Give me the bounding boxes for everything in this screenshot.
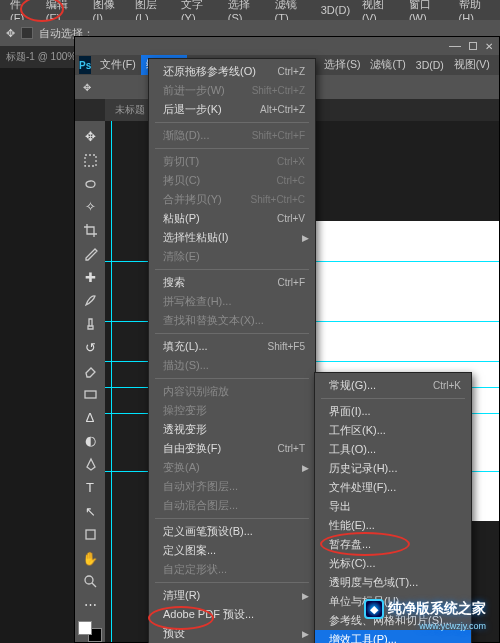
inner-menu-window[interactable]: 窗口(W) [495, 55, 500, 75]
history-brush-icon[interactable]: ↺ [78, 337, 102, 358]
pref-menu-item[interactable]: 文件处理(F)... [315, 478, 471, 497]
wand-tool-icon[interactable]: ✧ [78, 196, 102, 217]
path-tool-icon[interactable]: ↖ [78, 501, 102, 522]
move-tool-icon[interactable]: ✥ [6, 27, 15, 40]
pref-menu-item[interactable]: 透明度与色域(T)... [315, 573, 471, 592]
edit-menu-item[interactable]: 预设▶ [149, 624, 315, 643]
edit-menu-item: 描边(S)... [149, 356, 315, 375]
menu-item-label: Adobe PDF 预设... [163, 607, 254, 622]
move-tool-icon[interactable]: ✥ [78, 126, 102, 147]
pref-menu-item[interactable]: 增效工具(P)... [315, 630, 471, 643]
watermark-url: www.ycwzjy.com [419, 621, 486, 631]
edit-menu-item[interactable]: Adobe PDF 预设... [149, 605, 315, 624]
crop-tool-icon[interactable] [78, 220, 102, 241]
guide-vertical[interactable] [111, 121, 112, 642]
brush-tool-icon[interactable] [78, 290, 102, 311]
auto-select-checkbox[interactable] [21, 27, 33, 39]
color-swatches[interactable] [78, 621, 102, 642]
menu-item-label: 描边(S)... [163, 358, 209, 373]
photoshop-logo[interactable]: Ps [79, 56, 91, 74]
menu-separator [155, 269, 309, 270]
inner-menu-file[interactable]: 文件(F) [95, 55, 140, 75]
edit-menu-item: 渐隐(D)...Shift+Ctrl+F [149, 126, 315, 145]
edit-menu-item[interactable]: 定义图案... [149, 541, 315, 560]
shape-tool-icon[interactable] [78, 524, 102, 545]
menu-item-label: 清除(E) [163, 249, 200, 264]
minimize-icon[interactable] [449, 46, 461, 47]
menu-item-shortcut: Ctrl+T [278, 443, 306, 454]
menu-item-shortcut: Ctrl+X [277, 156, 305, 167]
edit-menu-item[interactable]: 搜索Ctrl+F [149, 273, 315, 292]
edit-menu-item: 前进一步(W)Shift+Ctrl+Z [149, 81, 315, 100]
menu-separator [155, 518, 309, 519]
pref-menu-item[interactable]: 暂存盘... [315, 535, 471, 554]
marquee-tool-icon[interactable] [78, 149, 102, 170]
menu-item-label: 剪切(T) [163, 154, 199, 169]
outer-menu-item[interactable]: 3D(D) [315, 1, 356, 19]
edit-menu-item[interactable]: 清理(R)▶ [149, 586, 315, 605]
pref-menu-item[interactable]: 导出 [315, 497, 471, 516]
pref-menu-item[interactable]: 界面(I)... [315, 402, 471, 421]
close-icon[interactable]: ✕ [485, 41, 493, 52]
menu-item-label: 自动对齐图层... [163, 479, 238, 494]
menu-item-label: 自由变换(F) [163, 441, 221, 456]
menu-item-label: 清理(R) [163, 588, 200, 603]
type-tool-icon[interactable]: T [78, 477, 102, 498]
stamp-tool-icon[interactable] [78, 313, 102, 334]
lasso-tool-icon[interactable] [78, 173, 102, 194]
tools-panel: ✥ ✧ ✚ ↺ ∆ ◐ T ↖ ✋ ⋯ [75, 121, 105, 642]
inner-menu-view[interactable]: 视图(V) [449, 55, 495, 75]
inner-menu-3d[interactable]: 3D(D) [411, 56, 449, 74]
pref-menu-item[interactable]: 性能(E)... [315, 516, 471, 535]
edit-menu-item: 内容识别缩放 [149, 382, 315, 401]
move-tool-icon[interactable]: ✥ [83, 82, 91, 93]
edit-menu-item[interactable]: 透视变形 [149, 420, 315, 439]
menu-item-label: 合并拷贝(Y) [163, 192, 222, 207]
dodge-tool-icon[interactable]: ◐ [78, 430, 102, 451]
menu-item-shortcut: Ctrl+F [278, 277, 306, 288]
maximize-icon[interactable] [469, 42, 477, 50]
menu-item-label: 前进一步(W) [163, 83, 225, 98]
menu-separator [155, 333, 309, 334]
blur-tool-icon[interactable]: ∆ [78, 407, 102, 428]
pref-menu-item[interactable]: 工具(O)... [315, 440, 471, 459]
menu-item-label: 后退一步(K) [163, 102, 222, 117]
edit-menu-item: 清除(E) [149, 247, 315, 266]
inner-window-titlebar: ✕ [75, 37, 499, 55]
menu-item-label: 光标(C)... [329, 556, 375, 571]
pen-tool-icon[interactable] [78, 454, 102, 475]
edit-menu-item[interactable]: 自由变换(F)Ctrl+T [149, 439, 315, 458]
zoom-tool-icon[interactable] [78, 571, 102, 592]
menu-item-label: 增效工具(P)... [329, 632, 397, 643]
edit-menu-item[interactable]: 填充(L)...Shift+F5 [149, 337, 315, 356]
outer-menubar: 件(F) 编辑(E) 图像(I) 图层(L) 文字(Y) 选择(S) 滤镜(T)… [0, 0, 500, 20]
gradient-tool-icon[interactable] [78, 383, 102, 404]
inner-menu-filter[interactable]: 滤镜(T) [365, 55, 410, 75]
edit-menu-item[interactable]: 粘贴(P)Ctrl+V [149, 209, 315, 228]
heal-tool-icon[interactable]: ✚ [78, 266, 102, 287]
edit-menu-item[interactable]: 定义画笔预设(B)... [149, 522, 315, 541]
menu-item-label: 渐隐(D)... [163, 128, 209, 143]
hand-tool-icon[interactable]: ✋ [78, 547, 102, 568]
menu-item-shortcut: Ctrl+Z [278, 66, 306, 77]
edit-menu-item[interactable]: 选择性粘贴(I)▶ [149, 228, 315, 247]
pref-menu-item[interactable]: 历史记录(H)... [315, 459, 471, 478]
menu-item-label: 选择性粘贴(I) [163, 230, 228, 245]
pref-menu-item[interactable]: 光标(C)... [315, 554, 471, 573]
menu-item-shortcut: Shift+Ctrl+Z [252, 85, 305, 96]
edit-menu-item: 合并拷贝(Y)Shift+Ctrl+C [149, 190, 315, 209]
eraser-tool-icon[interactable] [78, 360, 102, 381]
pref-menu-item[interactable]: 工作区(K)... [315, 421, 471, 440]
inner-menu-select[interactable]: 选择(S) [319, 55, 365, 75]
edit-menu-item[interactable]: 还原拖移参考线(O)Ctrl+Z [149, 62, 315, 81]
menu-item-label: 变换(A) [163, 460, 200, 475]
edit-menu-item: 自定定形状... [149, 560, 315, 579]
pref-menu-item[interactable]: 常规(G)...Ctrl+K [315, 376, 471, 395]
eyedropper-tool-icon[interactable] [78, 243, 102, 264]
watermark-brand: 纯净版系统之家 [388, 600, 486, 618]
edit-dropdown-menu: 还原拖移参考线(O)Ctrl+Z前进一步(W)Shift+Ctrl+Z后退一步(… [148, 58, 316, 643]
svg-rect-1 [85, 391, 96, 398]
more-tools-icon[interactable]: ⋯ [78, 594, 102, 615]
menu-item-shortcut: Shift+Ctrl+F [252, 130, 305, 141]
edit-menu-item[interactable]: 后退一步(K)Alt+Ctrl+Z [149, 100, 315, 119]
